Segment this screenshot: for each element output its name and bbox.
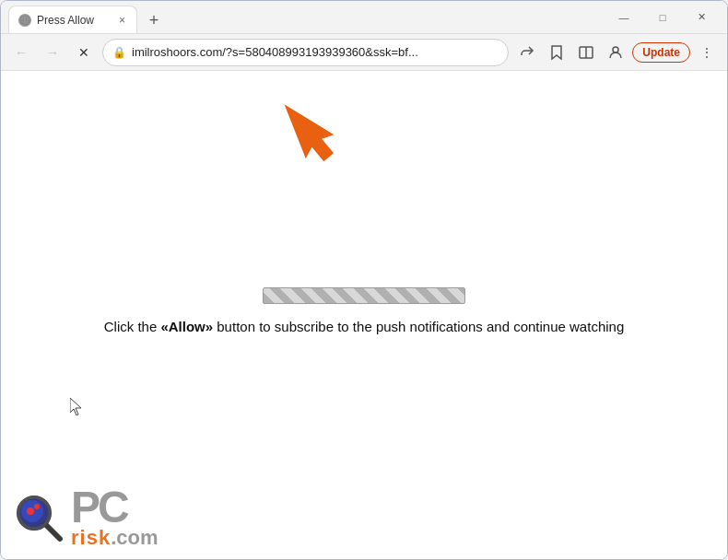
tab-close-button[interactable]: × bbox=[117, 14, 127, 27]
tab-title: Press Allow bbox=[37, 14, 112, 27]
svg-point-6 bbox=[613, 47, 618, 52]
lock-icon: 🔒 bbox=[112, 46, 126, 59]
forward-button[interactable]: → bbox=[40, 40, 65, 65]
update-button[interactable]: Update bbox=[632, 42, 690, 63]
window-controls: — □ ✕ bbox=[605, 4, 720, 31]
nav-actions: Update ⋮ bbox=[514, 40, 720, 65]
pc-text: PC bbox=[71, 487, 159, 527]
allow-arrow-icon bbox=[268, 88, 342, 170]
risk-text: risk bbox=[71, 528, 111, 548]
split-view-button[interactable] bbox=[573, 40, 599, 65]
bookmark-button[interactable] bbox=[544, 40, 569, 65]
maximize-button[interactable]: □ bbox=[644, 4, 681, 31]
more-options-button[interactable]: ⋮ bbox=[694, 40, 720, 65]
page-content: Click the «Allow» button to subscribe to… bbox=[1, 71, 727, 559]
tab-favicon bbox=[18, 14, 31, 27]
center-content: Click the «Allow» button to subscribe to… bbox=[41, 287, 687, 338]
instruction-text: Click the «Allow» button to subscribe to… bbox=[104, 317, 625, 338]
reload-button[interactable]: ✕ bbox=[71, 40, 97, 65]
arrow-container bbox=[268, 88, 342, 174]
pcrisk-logo-icon bbox=[14, 493, 64, 542]
svg-line-14 bbox=[45, 524, 60, 539]
new-tab-button[interactable]: + bbox=[141, 7, 167, 33]
progress-bar bbox=[263, 287, 465, 304]
close-button[interactable]: ✕ bbox=[683, 4, 720, 31]
browser-tab[interactable]: Press Allow × bbox=[8, 6, 137, 33]
address-bar[interactable]: 🔒 imilroshoors.com/?s=580408993193939360… bbox=[102, 39, 509, 66]
browser-window: Press Allow × + — □ ✕ ← → ✕ 🔒 imilroshoo… bbox=[0, 0, 728, 560]
tab-strip: Press Allow × + bbox=[8, 1, 600, 33]
share-button[interactable] bbox=[514, 40, 540, 65]
mouse-cursor bbox=[70, 398, 83, 416]
com-text: .com bbox=[111, 528, 158, 548]
pcrisk-logo-text: PC risk .com bbox=[71, 487, 159, 547]
navigation-bar: ← → ✕ 🔒 imilroshoors.com/?s=580408993193… bbox=[1, 34, 727, 71]
profile-button[interactable] bbox=[603, 40, 628, 65]
url-text: imilroshoors.com/?s=580408993193939360&s… bbox=[132, 45, 499, 59]
minimize-button[interactable]: — bbox=[605, 4, 642, 31]
title-bar: Press Allow × + — □ ✕ bbox=[1, 1, 727, 34]
back-button[interactable]: ← bbox=[8, 40, 34, 65]
svg-marker-7 bbox=[270, 92, 342, 169]
svg-point-13 bbox=[34, 504, 40, 509]
pcrisk-watermark: PC risk .com bbox=[1, 476, 241, 559]
svg-marker-3 bbox=[552, 46, 561, 59]
svg-marker-8 bbox=[70, 398, 81, 415]
svg-point-12 bbox=[27, 508, 34, 515]
